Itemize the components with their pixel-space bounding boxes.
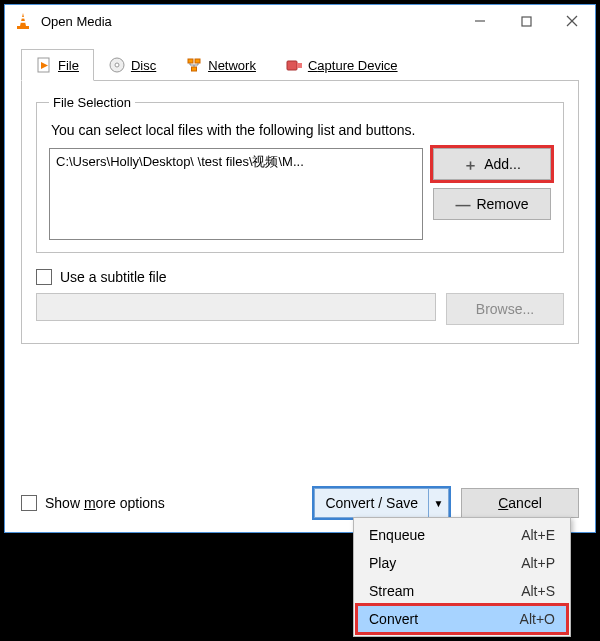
svg-rect-16 bbox=[297, 63, 302, 68]
convert-save-menu: Enqueue Alt+E Play Alt+P Stream Alt+S Co… bbox=[353, 517, 571, 637]
convert-save-split-button[interactable]: Convert / Save ▼ bbox=[314, 488, 449, 518]
tab-disc[interactable]: Disc bbox=[94, 49, 171, 81]
tab-label: Capture Device bbox=[308, 58, 398, 73]
tab-label: File bbox=[58, 58, 79, 73]
tab-file[interactable]: File bbox=[21, 49, 94, 81]
add-button[interactable]: ＋ Add... bbox=[433, 148, 551, 180]
menu-shortcut: Alt+O bbox=[520, 611, 555, 627]
subtitle-path-input bbox=[36, 293, 436, 321]
svg-rect-1 bbox=[21, 17, 25, 19]
svg-rect-12 bbox=[188, 59, 193, 63]
file-selection-group: File Selection You can select local file… bbox=[36, 95, 564, 253]
file-selection-hint: You can select local files with the foll… bbox=[51, 122, 551, 138]
tab-label: Network bbox=[208, 58, 256, 73]
tab-capture[interactable]: Capture Device bbox=[271, 49, 413, 81]
vlc-cone-icon bbox=[13, 11, 33, 31]
show-more-checkbox[interactable] bbox=[21, 495, 37, 511]
show-more-label: Show more options bbox=[45, 495, 165, 511]
group-legend: File Selection bbox=[49, 95, 135, 110]
menu-shortcut: Alt+S bbox=[521, 583, 555, 599]
file-entry: C:\Users\Holly\Desktop\ \test files\视频\M… bbox=[56, 154, 304, 169]
maximize-button[interactable] bbox=[503, 5, 549, 37]
cancel-button[interactable]: Cancel bbox=[461, 488, 579, 518]
window-title: Open Media bbox=[41, 14, 112, 29]
file-list[interactable]: C:\Users\Holly\Desktop\ \test files\视频\M… bbox=[49, 148, 423, 240]
disc-icon bbox=[109, 57, 125, 73]
menu-shortcut: Alt+E bbox=[521, 527, 555, 543]
menu-shortcut: Alt+P bbox=[521, 555, 555, 571]
svg-marker-0 bbox=[20, 13, 26, 26]
tab-label: Disc bbox=[131, 58, 156, 73]
remove-button[interactable]: — Remove bbox=[433, 188, 551, 220]
svg-point-11 bbox=[115, 63, 119, 67]
file-panel: File Selection You can select local file… bbox=[21, 80, 579, 344]
network-icon bbox=[186, 57, 202, 73]
menu-label: Stream bbox=[369, 583, 521, 599]
tab-network[interactable]: Network bbox=[171, 49, 271, 81]
dropdown-arrow-icon[interactable]: ▼ bbox=[428, 489, 448, 517]
convert-save-label[interactable]: Convert / Save bbox=[315, 489, 428, 517]
svg-rect-13 bbox=[195, 59, 200, 63]
menu-item-stream[interactable]: Stream Alt+S bbox=[357, 577, 567, 605]
menu-label: Play bbox=[369, 555, 521, 571]
open-media-dialog: Open Media File Disc bbox=[4, 4, 596, 533]
menu-item-play[interactable]: Play Alt+P bbox=[357, 549, 567, 577]
capture-icon bbox=[286, 57, 302, 73]
svg-rect-3 bbox=[17, 26, 29, 29]
svg-rect-14 bbox=[192, 67, 197, 71]
file-icon bbox=[36, 57, 52, 73]
svg-rect-15 bbox=[287, 61, 297, 70]
menu-item-enqueue[interactable]: Enqueue Alt+E bbox=[357, 521, 567, 549]
subtitle-label: Use a subtitle file bbox=[60, 269, 167, 285]
button-label: Remove bbox=[476, 196, 528, 212]
tabs: File Disc Network Capture Device bbox=[21, 49, 579, 81]
minimize-button[interactable] bbox=[457, 5, 503, 37]
plus-icon: ＋ bbox=[463, 157, 478, 172]
minus-icon: — bbox=[455, 197, 470, 212]
menu-item-convert[interactable]: Convert Alt+O bbox=[357, 605, 567, 633]
svg-rect-5 bbox=[522, 17, 531, 26]
subtitle-checkbox[interactable] bbox=[36, 269, 52, 285]
button-label: Add... bbox=[484, 156, 521, 172]
menu-label: Convert bbox=[369, 611, 520, 627]
button-label: Browse... bbox=[476, 301, 534, 317]
menu-label: Enqueue bbox=[369, 527, 521, 543]
button-label: Cancel bbox=[498, 495, 542, 511]
browse-button: Browse... bbox=[446, 293, 564, 325]
svg-rect-2 bbox=[20, 21, 25, 23]
titlebar: Open Media bbox=[5, 5, 595, 37]
close-button[interactable] bbox=[549, 5, 595, 37]
